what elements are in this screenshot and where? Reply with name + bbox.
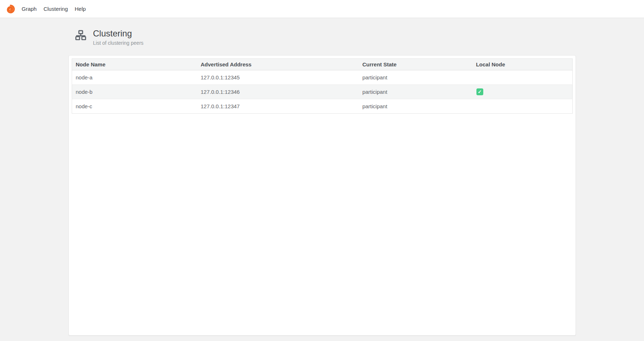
column-header-local-node: Local Node	[472, 59, 573, 70]
table-row-node-a: node-a 127.0.0.1:12345 participant ✓	[72, 70, 573, 85]
cell-node-name: node-b	[72, 85, 197, 99]
cell-current-state: participant	[359, 70, 472, 85]
peers-table: Node Name Advertised Address Current Sta…	[72, 58, 573, 114]
column-header-advertised-address: Advertised Address	[197, 59, 359, 70]
nav-item-clustering[interactable]: Clustering	[44, 0, 68, 18]
app-logo-spiral-icon[interactable]	[6, 4, 15, 14]
network-topology-icon	[74, 29, 88, 43]
nav-item-graph[interactable]: Graph	[22, 0, 37, 18]
cell-current-state: participant	[359, 85, 472, 99]
cell-advertised-address: 127.0.0.1:12345	[197, 70, 359, 85]
cell-local-node: ✓	[472, 99, 573, 114]
page-title: Clustering	[93, 28, 143, 39]
page-header-text: Clustering List of clustering peers	[93, 28, 143, 46]
cell-node-name: node-a	[72, 70, 197, 85]
table-row-node-b: node-b 127.0.0.1:12346 participant ✓	[72, 85, 573, 99]
column-header-node-name: Node Name	[72, 59, 197, 70]
nav-item-help[interactable]: Help	[75, 0, 86, 18]
cell-local-node: ✓	[472, 85, 573, 99]
page-header: Clustering List of clustering peers	[74, 28, 576, 46]
table-header: Node Name Advertised Address Current Sta…	[72, 59, 573, 70]
cell-advertised-address: 127.0.0.1:12346	[197, 85, 359, 99]
peers-card: Node Name Advertised Address Current Sta…	[68, 55, 576, 336]
cell-local-node: ✓	[472, 70, 573, 85]
cell-advertised-address: 127.0.0.1:12347	[197, 99, 359, 114]
table-body: node-a 127.0.0.1:12345 participant ✓ nod…	[72, 70, 573, 114]
table-header-row: Node Name Advertised Address Current Sta…	[72, 59, 573, 70]
main-content: Clustering List of clustering peers Node…	[0, 28, 644, 336]
cell-current-state: participant	[359, 99, 472, 114]
page-subtitle: List of clustering peers	[93, 40, 143, 46]
top-nav: Graph Clustering Help	[0, 0, 644, 18]
column-header-current-state: Current State	[359, 59, 472, 70]
table-row-node-c: node-c 127.0.0.1:12347 participant ✓	[72, 99, 573, 114]
nav-menu: Graph Clustering Help	[22, 0, 86, 18]
checkmark-icon: ✓	[476, 88, 483, 95]
cell-node-name: node-c	[72, 99, 197, 114]
